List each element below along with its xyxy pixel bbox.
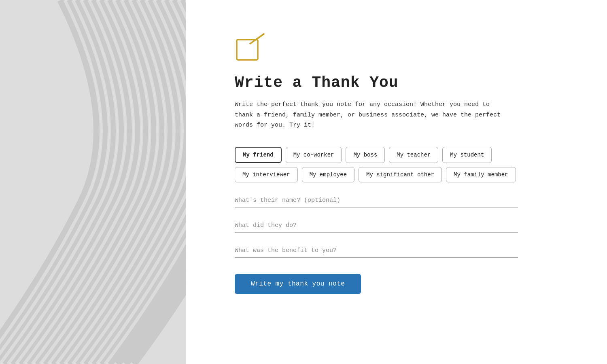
what-did-field-wrapper <box>235 219 518 233</box>
recipient-btn-employee[interactable]: My employee <box>302 167 354 182</box>
recipient-btn-teacher[interactable]: My teacher <box>389 147 438 163</box>
main-content-panel: Write a Thank You Write the perfect than… <box>186 0 607 364</box>
recipient-button-group: My friend My co-worker My boss My teache… <box>235 147 518 163</box>
app-icon <box>235 32 583 64</box>
page-title: Write a Thank You <box>235 74 583 91</box>
benefit-input[interactable] <box>235 244 518 258</box>
recipient-btn-family-member[interactable]: My family member <box>446 167 516 182</box>
form-section: Write my thank you note <box>235 194 518 294</box>
what-did-input[interactable] <box>235 219 518 233</box>
name-field-wrapper <box>235 194 518 207</box>
name-input[interactable] <box>235 194 518 207</box>
recipient-btn-student[interactable]: My student <box>442 147 492 163</box>
svg-line-3 <box>257 34 264 39</box>
left-decorative-panel <box>0 0 186 364</box>
recipient-btn-significant-other[interactable]: My significant other <box>359 167 442 182</box>
recipient-button-group-2: My interviewer My employee My significan… <box>235 167 518 182</box>
recipient-btn-boss[interactable]: My boss <box>346 147 385 163</box>
recipient-btn-friend[interactable]: My friend <box>235 147 282 163</box>
svg-rect-1 <box>237 40 258 60</box>
submit-button[interactable]: Write my thank you note <box>235 274 361 294</box>
recipient-btn-coworker[interactable]: My co-worker <box>286 147 342 163</box>
recipient-btn-interviewer[interactable]: My interviewer <box>235 167 298 182</box>
page-description: Write the perfect thank you note for any… <box>235 99 510 131</box>
benefit-field-wrapper <box>235 244 518 258</box>
